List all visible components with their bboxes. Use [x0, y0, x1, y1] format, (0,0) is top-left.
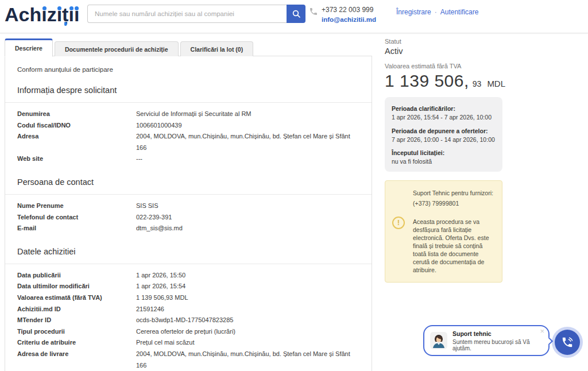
field-row: Nume Prenume SIS SIS: [17, 200, 360, 212]
section-divider: [5, 264, 372, 264]
field-value: SIS SIS: [136, 200, 360, 212]
field-row: Codul fiscal/IDNO 1006601000439: [17, 120, 360, 132]
field-label: Web site: [17, 153, 136, 165]
field-label: E-mail: [17, 223, 136, 234]
chat-subtitle: Suntem mereu bucuroși să Vă ajutăm.: [452, 339, 544, 351]
field-label: Denumirea: [17, 109, 136, 120]
field-row: Denumirea Serviciul de Informații și Sec…: [17, 109, 360, 120]
period-label: Perioada de depunere a ofertelor:: [392, 127, 497, 135]
field-label: Nume Prenume: [17, 200, 136, 212]
section-divider: [5, 102, 372, 103]
field-row: Telefonul de contact 022-239-391: [17, 212, 360, 223]
field-row: Criteriu de atribuire Prețul cel mai scă…: [17, 337, 360, 349]
support-call-button[interactable]: [552, 327, 583, 358]
description-panel: Conform anunțului de participare Informa…: [5, 56, 372, 371]
field-value: 2004, MOLDOVA, mun.Chișinău, mun.Chișină…: [136, 131, 360, 153]
tab-clarificari-la-lot[interactable]: Clarificări la lot (0): [180, 41, 254, 56]
login-link[interactable]: Autentificare: [440, 8, 479, 16]
field-value: 1 apr 2026, 15:54: [136, 281, 360, 292]
idno-link[interactable]: 1006601000439: [136, 120, 360, 132]
warning-icon: !: [392, 217, 405, 229]
period-value: 1 apr 2026, 15:54 - 7 apr 2026, 10:00: [392, 114, 497, 122]
search-input[interactable]: [87, 5, 287, 23]
mtender-id-link[interactable]: ocds-b3wdp1-MD-1775047823285: [136, 315, 360, 326]
site-logo-text: Achiziții: [5, 3, 79, 25]
sidebar: Statut Activ Valoarea estimată fără TVA …: [385, 38, 580, 283]
intro-text: Conform anunțului de participare: [17, 66, 360, 73]
field-value: 1 apr 2026, 15:50: [136, 270, 360, 281]
field-label: Data publicării: [17, 270, 136, 281]
field-label: Telefonul de contact: [17, 212, 136, 223]
header-phone-number: +373 22 003 999: [322, 6, 376, 14]
field-row: Data publicării 1 apr 2026, 15:50: [17, 270, 360, 281]
field-row: Adresa 2004, MOLDOVA, mun.Chișinău, mun.…: [17, 131, 360, 153]
support-agent-avatar: [430, 332, 447, 349]
tab-descriere[interactable]: Descriere: [5, 38, 53, 57]
field-label: Codul fiscal/IDNO: [17, 120, 136, 132]
period-submission: Perioada de depunere a ofertelor: 7 apr …: [392, 127, 497, 144]
header: Achiziții +373 22 003 999 info@achizitii…: [0, 0, 588, 33]
buyer-name-link[interactable]: Serviciul de Informații și Securitate al…: [136, 109, 360, 120]
field-row: Tipul procedurii Cererea ofertelor de pr…: [17, 326, 360, 338]
logo-comma-accent: [64, 22, 67, 26]
tab-documentele-procedurii[interactable]: Documentele procedurii de achiziție: [55, 41, 179, 56]
section-divider: [5, 194, 372, 195]
field-row: MTender ID ocds-b3wdp1-MD-1775047823285: [17, 315, 360, 326]
auth-separator: ·: [435, 8, 437, 16]
period-label: Începutul licitației:: [392, 149, 497, 157]
periods-box: Perioada clarificărilor: 1 apr 2026, 15:…: [385, 97, 502, 172]
field-value: 022-239-391: [136, 212, 360, 223]
tab-bar: Descriere Documentele procedurii de achi…: [5, 38, 255, 56]
status-label: Statut: [385, 38, 580, 45]
field-label: Data ultimilor modificări: [17, 281, 136, 292]
section-title-contact: Persoana de contact: [17, 177, 360, 187]
field-label: Achizitii.md ID: [17, 304, 136, 315]
header-contact: +373 22 003 999 info@achizitii.md: [309, 6, 376, 23]
field-label: MTender ID: [17, 315, 136, 326]
field-value: 2004, MOLDOVA, mun.Chișinău, mun.Chișină…: [136, 349, 360, 371]
support-notice-box: ! Suport Tehnic pentru furnizori: (+373)…: [385, 180, 502, 283]
section-title-solicitant: Informația despre solicitant: [17, 86, 360, 95]
support-phone-label: Suport Tehnic pentru furnizori:: [413, 189, 496, 198]
amount-main: 1 139 506,: [385, 71, 469, 91]
field-row: Web site ---: [17, 153, 360, 165]
field-value: 21591246: [136, 304, 360, 315]
field-value: Cererea ofertelor de prețuri (lucrări): [136, 326, 360, 338]
search-icon: [292, 9, 301, 18]
estimated-value: 1 139 506, 93 MDL: [385, 71, 580, 91]
phone-icon: [309, 7, 318, 16]
field-row: Adresa de livrare 2004, MOLDOVA, mun.Chi…: [17, 349, 360, 371]
field-label: Valoarea estimată (fără TVA): [17, 292, 136, 304]
field-label: Adresa de livrare: [17, 349, 136, 371]
field-label: Criteriu de atribuire: [17, 337, 136, 349]
estimate-label: Valoarea estimată fără TVA: [385, 63, 580, 69]
field-row: Data ultimilor modificări 1 apr 2026, 15…: [17, 281, 360, 292]
field-row: E-mail dtm_sis@sis.md: [17, 223, 360, 234]
chat-bubble[interactable]: Suport tehnic Suntem mereu bucuroși să V…: [423, 325, 550, 356]
period-value: 7 apr 2026, 10:00 - 14 apr 2026, 10:00: [392, 136, 497, 144]
field-label: Tipul procedurii: [17, 326, 136, 338]
field-label: Adresa: [17, 131, 136, 153]
search-button[interactable]: [287, 5, 305, 23]
logo-dot-icon: [69, 6, 74, 10]
section-title-datele: Datele achizitiei: [17, 247, 360, 256]
field-value: ---: [136, 153, 360, 165]
phone-call-icon: [561, 336, 574, 349]
register-link[interactable]: Înregistrare: [396, 8, 431, 16]
email-link[interactable]: dtm_sis@sis.md: [136, 223, 360, 234]
header-email-link[interactable]: info@achizitii.md: [322, 16, 376, 23]
period-clarifications: Perioada clarificărilor: 1 apr 2026, 15:…: [392, 105, 497, 122]
status-badge: Activ: [385, 47, 580, 56]
search-box: [87, 5, 305, 23]
period-label: Perioada clarificărilor:: [392, 105, 497, 113]
logo-dot-icon: [57, 6, 61, 10]
period-value: nu va fi folosită: [392, 158, 497, 166]
field-value: Prețul cel mai scăzut: [136, 337, 360, 349]
logo-dot-icon: [42, 6, 47, 10]
amount-fraction: 93: [473, 79, 482, 88]
site-logo[interactable]: Achiziții: [5, 3, 79, 28]
field-value: 1 139 506,93 MDL: [136, 292, 360, 304]
field-row: Valoarea estimată (fără TVA) 1 139 506,9…: [17, 292, 360, 304]
amount-currency: MDL: [487, 79, 505, 88]
close-icon[interactable]: ×: [540, 327, 544, 335]
